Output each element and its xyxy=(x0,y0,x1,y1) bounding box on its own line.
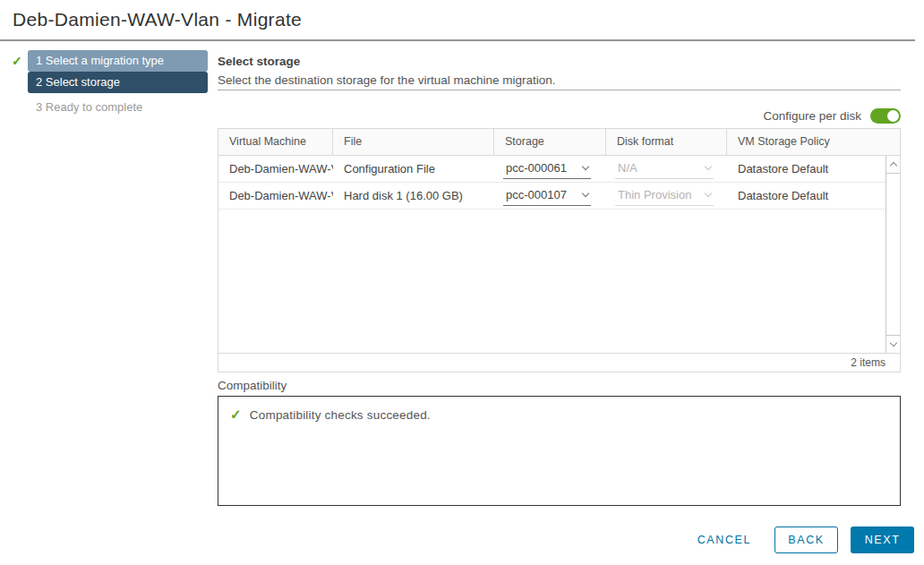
configure-per-disk-label: Configure per disk xyxy=(763,109,861,123)
cancel-button[interactable]: CANCEL xyxy=(697,526,751,553)
toggle-knob xyxy=(887,110,899,122)
chevron-down-icon xyxy=(705,190,712,197)
storage-select[interactable]: pcc-000061 xyxy=(503,159,591,179)
chevron-up-icon xyxy=(889,162,896,169)
wizard-steps-nav: ✓ 1 Select a migration type 2 Select sto… xyxy=(12,50,209,114)
configure-per-disk-row: Configure per disk xyxy=(218,107,901,124)
column-header-vm-storage-policy: VM Storage Policy xyxy=(727,129,900,155)
storage-select-value: pcc-000107 xyxy=(506,188,567,201)
disk-format-select-disabled: N/A xyxy=(615,159,714,179)
storage-select[interactable]: pcc-000107 xyxy=(503,186,591,206)
wizard-button-bar: CANCEL BACK NEXT xyxy=(697,526,914,553)
success-check-icon: ✓ xyxy=(230,407,242,423)
content-divider xyxy=(218,90,901,90)
cell-storage: pcc-000107 xyxy=(494,186,606,206)
back-button[interactable]: BACK xyxy=(774,526,838,553)
compatibility-panel: ✓ Compatibility checks succeeded. xyxy=(218,396,901,506)
column-header-file: File xyxy=(333,129,494,155)
datagrid-header: Virtual Machine File Storage Disk format… xyxy=(218,129,900,156)
step-item-ready-to-complete: 3 Ready to complete xyxy=(12,100,209,114)
cell-virtual-machine: Deb-Damien-WAW-Vlan xyxy=(218,162,333,175)
vertical-scrollbar[interactable] xyxy=(886,156,900,353)
chevron-down-icon xyxy=(582,190,589,197)
scroll-down-button[interactable] xyxy=(886,335,900,353)
page-subtitle: Select the destination storage for the v… xyxy=(218,73,555,87)
step-check-spacer xyxy=(12,72,28,75)
cell-vm-storage-policy: Datastore Default xyxy=(727,162,886,175)
cell-file: Configuration File xyxy=(333,162,494,175)
compatibility-label: Compatibility xyxy=(218,379,287,392)
compatibility-message-row: ✓ Compatibility checks succeeded. xyxy=(230,407,900,423)
step-complete-check-icon: ✓ xyxy=(12,50,28,68)
step-item-select-storage[interactable]: 2 Select storage xyxy=(28,72,208,93)
cell-storage: pcc-000061 xyxy=(494,159,606,179)
migrate-wizard-dialog: Deb-Damien-WAW-Vlan - Migrate ✓ 1 Select… xyxy=(0,0,924,565)
page-title: Select storage xyxy=(218,55,300,68)
disk-format-value: Thin Provision xyxy=(618,188,691,201)
datagrid-footer: 2 items xyxy=(218,353,900,372)
cell-virtual-machine: Deb-Damien-WAW-Vlan xyxy=(218,189,333,202)
step-select-migration-type: ✓ 1 Select a migration type xyxy=(12,50,209,72)
compatibility-message: Compatibility checks succeeded. xyxy=(250,408,431,422)
cell-vm-storage-policy: Datastore Default xyxy=(727,189,886,202)
storage-select-value: pcc-000061 xyxy=(506,161,567,175)
disk-format-select-disabled: Thin Provision xyxy=(615,186,714,206)
column-header-storage: Storage xyxy=(494,129,606,155)
column-header-disk-format: Disk format xyxy=(606,129,727,155)
next-button[interactable]: NEXT xyxy=(851,526,914,553)
storage-datagrid: Virtual Machine File Storage Disk format… xyxy=(218,128,901,372)
cell-disk-format: N/A xyxy=(606,159,727,179)
wizard-title: Deb-Damien-WAW-Vlan - Migrate xyxy=(13,9,302,30)
column-header-virtual-machine: Virtual Machine xyxy=(218,129,333,155)
scroll-up-button[interactable] xyxy=(886,156,900,174)
title-divider xyxy=(0,39,915,41)
chevron-down-icon xyxy=(705,163,712,170)
table-row: Deb-Damien-WAW-Vlan Hard disk 1 (16.00 G… xyxy=(218,183,886,210)
chevron-down-icon xyxy=(582,163,589,170)
configure-per-disk-toggle[interactable] xyxy=(870,108,901,124)
step-select-storage: 2 Select storage xyxy=(12,72,209,93)
items-count: 2 items xyxy=(851,356,886,369)
datagrid-body: Deb-Damien-WAW-Vlan Configuration File p… xyxy=(218,156,900,353)
disk-format-value: N/A xyxy=(618,161,637,175)
chevron-down-icon xyxy=(889,339,896,347)
step-item-select-migration-type[interactable]: 1 Select a migration type xyxy=(28,50,208,72)
cell-file: Hard disk 1 (16.00 GB) xyxy=(333,189,494,202)
table-row: Deb-Damien-WAW-Vlan Configuration File p… xyxy=(218,156,886,183)
cell-disk-format: Thin Provision xyxy=(606,186,727,206)
